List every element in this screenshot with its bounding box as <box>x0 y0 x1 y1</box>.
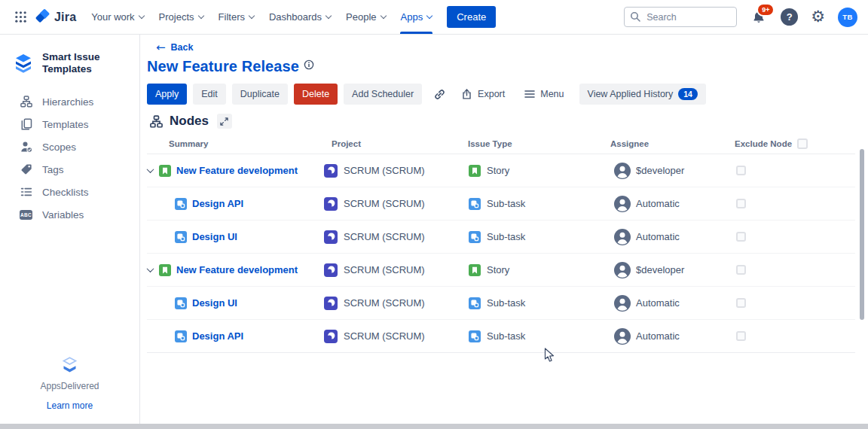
tag-icon <box>20 163 32 176</box>
notifications-bell-icon[interactable]: 9+ <box>750 8 768 26</box>
main-content: ← Back New Feature Release Apply Edit Du… <box>141 35 868 429</box>
summary-link[interactable]: Design API <box>192 198 243 209</box>
history-count-badge: 14 <box>678 88 698 100</box>
project-name: SCRUM (SCRUM) <box>344 165 425 176</box>
export-icon <box>461 88 472 100</box>
sidebar-footer: AppsDelivered Learn more <box>0 356 139 411</box>
assignee-name: Automatic <box>636 297 680 309</box>
issue-type-name: Sub-task <box>487 297 525 309</box>
story-issue-icon <box>159 165 171 177</box>
assignee-avatar-icon <box>614 163 631 179</box>
table-row: Design API SCRUM (SCRUM) Sub-task <box>147 320 855 353</box>
issue-type-name: Sub-task <box>487 198 525 209</box>
table-row: New Feature development SCRUM (SCRUM) St… <box>147 254 855 287</box>
nav-your-work[interactable]: Your work <box>84 0 151 34</box>
top-navigation-bar: Jira Your work Projects Filters Dashboar… <box>0 0 868 35</box>
table-row: New Feature development SCRUM (SCRUM) St… <box>147 154 855 187</box>
summary-link[interactable]: Design UI <box>192 297 237 309</box>
table-row: Design API SCRUM (SCRUM) Sub-task <box>147 187 855 221</box>
sidebar-item-checklists[interactable]: Checklists <box>0 181 139 203</box>
export-button[interactable]: Export <box>457 84 509 105</box>
sidebar-app-header: Smart Issue Templates <box>12 51 139 75</box>
variables-abc-icon: ABC <box>20 208 32 221</box>
back-link[interactable]: ← Back <box>156 41 193 54</box>
table-row: Design UI SCRUM (SCRUM) Sub-task <box>147 221 855 254</box>
project-name: SCRUM (SCRUM) <box>344 330 425 342</box>
summary-link[interactable]: Design API <box>192 330 243 342</box>
user-avatar[interactable]: TB <box>838 8 857 27</box>
app-switcher-icon[interactable] <box>9 6 32 29</box>
sidebar-item-hierarchies[interactable]: Hierarchies <box>0 90 139 113</box>
exclude-node-checkbox[interactable] <box>736 166 746 175</box>
collapse-row-chevron-icon[interactable] <box>147 166 154 173</box>
chevron-down-icon <box>249 12 255 18</box>
exclude-node-checkbox[interactable] <box>736 265 746 275</box>
exclude-node-checkbox[interactable] <box>736 331 746 341</box>
expand-nodes-button[interactable] <box>217 114 232 129</box>
exclude-node-checkbox[interactable] <box>736 232 746 242</box>
nav-projects[interactable]: Projects <box>151 0 211 34</box>
summary-link[interactable]: New Feature development <box>176 165 298 176</box>
table-vertical-scrollbar[interactable] <box>860 149 864 320</box>
search-input[interactable] <box>624 7 737 27</box>
nav-people[interactable]: People <box>338 0 393 34</box>
subtask-issue-icon <box>469 330 481 342</box>
nav-filters[interactable]: Filters <box>211 0 261 34</box>
collapse-row-chevron-icon[interactable] <box>147 265 154 272</box>
project-name: SCRUM (SCRUM) <box>344 297 425 309</box>
sidebar-item-scopes[interactable]: Scopes <box>0 135 139 158</box>
summary-link[interactable]: New Feature development <box>176 264 298 275</box>
column-header-issue-type: Issue Type <box>467 139 610 148</box>
learn-more-link[interactable]: Learn more <box>0 400 139 411</box>
nodes-section-header: Nodes <box>150 114 868 129</box>
issue-type-name: Sub-task <box>487 231 525 242</box>
nav-apps[interactable]: Apps <box>393 0 440 34</box>
subtask-issue-icon <box>469 231 481 243</box>
hierarchy-icon <box>20 96 32 108</box>
issue-type-name: Sub-task <box>487 330 525 342</box>
subtask-issue-icon <box>175 198 187 210</box>
duplicate-button[interactable]: Duplicate <box>232 84 288 105</box>
view-applied-history-button[interactable]: View Applied History 14 <box>579 84 706 105</box>
back-arrow-icon: ← <box>156 41 166 54</box>
templates-copy-icon <box>20 118 32 131</box>
assignee-name: Automatic <box>636 231 680 242</box>
help-icon[interactable]: ? <box>781 8 798 26</box>
issue-type-name: Story <box>487 165 509 176</box>
search-box <box>624 7 737 27</box>
smart-issue-templates-logo-icon <box>12 53 35 74</box>
jira-logo[interactable]: Jira <box>35 9 76 25</box>
menu-button[interactable]: Menu <box>520 84 568 105</box>
info-icon[interactable] <box>304 59 314 70</box>
sidebar-menu: Hierarchies Templates <box>0 90 139 226</box>
copy-link-button[interactable] <box>429 84 450 105</box>
column-header-exclude-node: Exclude Node <box>735 138 855 149</box>
nodes-hierarchy-icon <box>150 115 163 128</box>
project-name: SCRUM (SCRUM) <box>344 231 425 242</box>
topbar-right-controls: 9+ ? ⚙ TB <box>624 7 857 27</box>
settings-gear-icon[interactable]: ⚙ <box>811 9 825 25</box>
project-avatar-icon <box>324 197 338 211</box>
delete-button[interactable]: Delete <box>294 84 338 105</box>
apply-button[interactable]: Apply <box>147 84 187 105</box>
expand-diagonal-icon <box>220 117 228 126</box>
edit-button[interactable]: Edit <box>193 84 226 105</box>
chevron-down-icon <box>326 12 332 18</box>
sidebar-item-variables[interactable]: ABC Variables <box>0 203 139 226</box>
sidebar-item-templates[interactable]: Templates <box>0 113 139 135</box>
window-bottom-edge <box>0 424 868 429</box>
assignee-avatar-icon <box>614 328 631 345</box>
add-scheduler-button[interactable]: Add Scheduler <box>344 84 422 105</box>
summary-link[interactable]: Design UI <box>192 231 237 242</box>
assignee-name: $developer <box>636 264 684 275</box>
nav-dashboards[interactable]: Dashboards <box>261 0 338 34</box>
exclude-node-checkbox[interactable] <box>736 199 746 208</box>
subtask-issue-icon <box>469 297 481 309</box>
exclude-all-checkbox[interactable] <box>797 138 808 149</box>
project-avatar-icon <box>324 297 338 310</box>
exclude-node-checkbox[interactable] <box>736 298 746 308</box>
create-button[interactable]: Create <box>447 6 496 28</box>
assignee-name: Automatic <box>636 330 680 342</box>
jira-logo-icon <box>35 9 50 25</box>
sidebar-item-tags[interactable]: Tags <box>0 158 139 181</box>
